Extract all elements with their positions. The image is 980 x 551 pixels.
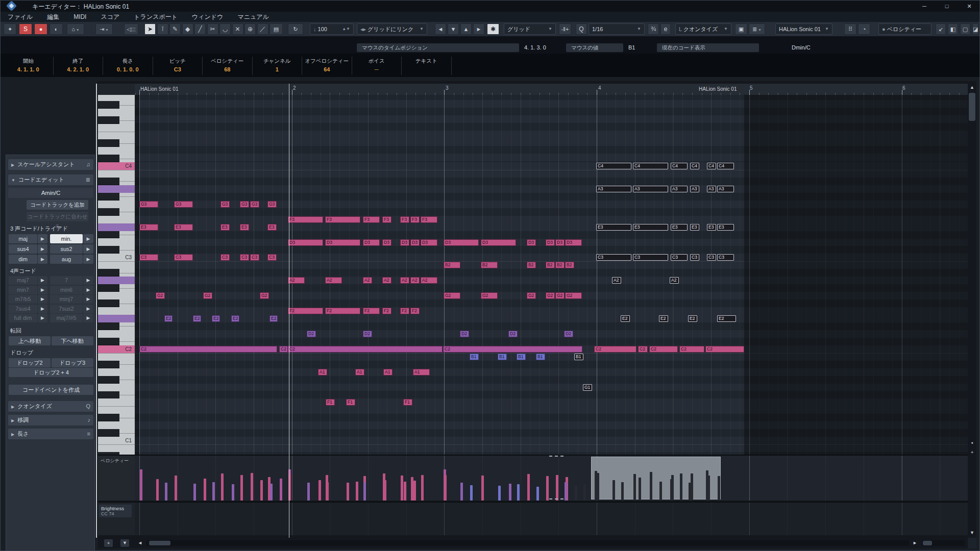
velocity-bar[interactable]	[639, 478, 641, 500]
autoscroll-button[interactable]: ⇥ ▼	[95, 23, 113, 35]
black-key[interactable]	[98, 338, 119, 345]
mute-tool[interactable]: ✕	[232, 23, 243, 35]
midi-note-D3[interactable]: D3	[444, 239, 479, 246]
maximize-button[interactable]: □	[936, 1, 958, 12]
midi-note-A3[interactable]: A3	[671, 186, 688, 192]
velocity-bar[interactable]	[140, 469, 142, 500]
midi-note-B1[interactable]: B1	[498, 354, 507, 360]
midi-note-B2[interactable]: B2	[527, 262, 536, 268]
chord-variant-arrow[interactable]: ▶	[83, 286, 93, 294]
show-right-zone-button[interactable]: ▢	[960, 23, 970, 35]
info-column-3[interactable]: ピッチC3	[153, 57, 203, 75]
velocity-bar[interactable]	[706, 470, 708, 500]
minimize-button[interactable]: ─	[913, 1, 936, 12]
velocity-bar[interactable]	[307, 483, 310, 500]
drop-button-1[interactable]: ドロップ3	[52, 358, 93, 367]
controller-lane-selector[interactable]: Brightness CC 74	[99, 505, 132, 517]
midi-note-F3[interactable]: F3	[325, 216, 360, 223]
midi-note-C2[interactable]: C2	[139, 346, 277, 353]
velocity-lane[interactable]	[135, 456, 968, 500]
midi-note-F2[interactable]: F2	[363, 308, 380, 314]
horizontal-scrollbar[interactable]	[146, 540, 909, 546]
midi-note-D3[interactable]: D3	[527, 239, 536, 246]
midi-note-G2[interactable]: G2	[260, 292, 269, 299]
black-key[interactable]	[98, 361, 119, 368]
chord-type-button-fulldim[interactable]: full dim	[9, 314, 37, 322]
chord-type-button-sus2[interactable]: sus2	[50, 244, 83, 254]
velocity-bar[interactable]	[421, 479, 424, 500]
scroll-up-arrow[interactable]: ▲	[968, 85, 976, 90]
velocity-bar[interactable]	[595, 471, 597, 500]
midi-note-F3[interactable]: F3	[363, 216, 380, 223]
midi-note-D3[interactable]: D3	[363, 239, 380, 246]
setup-toolbar-button[interactable]: ◪	[972, 23, 978, 35]
velocity-bar[interactable]	[583, 484, 586, 500]
inversion-button-1[interactable]: 下へ移動	[52, 336, 93, 345]
transpose-section-header[interactable]: ▶移調♪	[8, 415, 93, 425]
chord-variant-arrow[interactable]: ▶	[38, 286, 47, 294]
midi-note-C3[interactable]: C3	[240, 254, 249, 261]
black-key[interactable]	[98, 139, 119, 147]
velocity-bar[interactable]	[546, 481, 549, 500]
midi-note-B2[interactable]: B2	[546, 262, 555, 268]
velocity-bar[interactable]	[556, 479, 558, 500]
black-key[interactable]	[98, 231, 119, 239]
object-selection-tool[interactable]: ➤	[144, 23, 156, 35]
midi-note-F1[interactable]: F1	[326, 399, 335, 406]
midi-note-D3[interactable]: D3	[546, 239, 555, 246]
midi-note-F3[interactable]: F3	[382, 216, 391, 223]
chord-variant-arrow[interactable]: ▶	[83, 244, 93, 254]
tempo-button[interactable]: ◔	[858, 23, 870, 35]
midi-note-E3[interactable]: E3	[717, 224, 734, 231]
chord-variant-arrow[interactable]: ▶	[38, 295, 47, 304]
midi-note-A2[interactable]: A2	[382, 277, 391, 284]
midi-note-A3[interactable]: A3	[596, 186, 631, 192]
drop-2-4-button[interactable]: ドロップ2 + 4	[9, 368, 93, 377]
color-tool-button[interactable]: ▤	[270, 23, 283, 35]
note-display-area[interactable]: G3G3G3G3G3G3E3E3E3E3E3C3C3C3C3C3C3G2G2G2…	[135, 95, 968, 455]
midi-note-A2[interactable]: A2	[670, 277, 679, 284]
midi-note-C2[interactable]: C2	[679, 346, 704, 353]
info-column-1[interactable]: 終了4. 2. 1. 0	[54, 57, 104, 75]
menu-item-5[interactable]: ウィンドウ	[192, 13, 223, 21]
midi-note-C3[interactable]: C3	[267, 254, 277, 261]
snap-type-button[interactable]: -‖+	[559, 23, 571, 35]
velocity-bar[interactable]	[517, 484, 520, 500]
menu-item-3[interactable]: スコア	[101, 13, 119, 21]
scroll-down-arrow[interactable]: ▼	[968, 530, 976, 535]
menu-item-1[interactable]: 編集	[47, 13, 59, 21]
midi-note-A3[interactable]: A3	[690, 186, 699, 192]
glue-tool[interactable]: ◡	[219, 23, 231, 35]
midi-note-G2[interactable]: G2	[565, 292, 582, 299]
midi-note-G2[interactable]: G2	[156, 292, 165, 299]
black-key[interactable]	[98, 269, 119, 277]
midi-note-E3[interactable]: E3	[671, 224, 688, 231]
velocity-bar[interactable]	[481, 480, 484, 500]
midi-note-C2[interactable]: C2	[649, 346, 678, 353]
midi-note-A2[interactable]: A2	[400, 277, 409, 284]
midi-note-D3[interactable]: D3	[421, 239, 437, 246]
midi-note-D3[interactable]: D3	[481, 239, 516, 246]
velocity-bar[interactable]	[251, 476, 253, 500]
snap-on-off-button[interactable]: ✱	[487, 23, 499, 35]
show-part-borders-button[interactable]: ⌂ ▼	[67, 23, 84, 35]
midi-note-G3[interactable]: G3	[139, 201, 158, 208]
velocity-bar[interactable]	[670, 479, 673, 500]
midi-note-D3[interactable]: D3	[288, 239, 323, 246]
midi-note-A1[interactable]: A1	[413, 369, 430, 375]
midi-note-C4[interactable]: C4	[717, 163, 734, 169]
midi-note-D2[interactable]: D2	[307, 331, 316, 337]
grid-type-dropdown[interactable]: グリッド▼	[504, 23, 556, 35]
velocity-bar[interactable]	[621, 482, 624, 500]
midi-note-A2[interactable]: A2	[421, 277, 437, 284]
black-key[interactable]	[98, 101, 119, 109]
lane-preset-dropdown[interactable]: ▼	[120, 539, 129, 547]
midi-note-E3[interactable]: E3	[267, 224, 277, 231]
midi-note-D3[interactable]: D3	[555, 239, 565, 246]
midi-note-F2[interactable]: F2	[325, 308, 360, 314]
menu-item-6[interactable]: マニュアル	[237, 13, 268, 21]
midi-note-C3[interactable]: C3	[717, 254, 734, 261]
chord-type-button-min6[interactable]: min6	[50, 286, 83, 294]
midi-note-E3[interactable]: E3	[174, 224, 193, 231]
velocity-bar[interactable]	[363, 482, 366, 500]
